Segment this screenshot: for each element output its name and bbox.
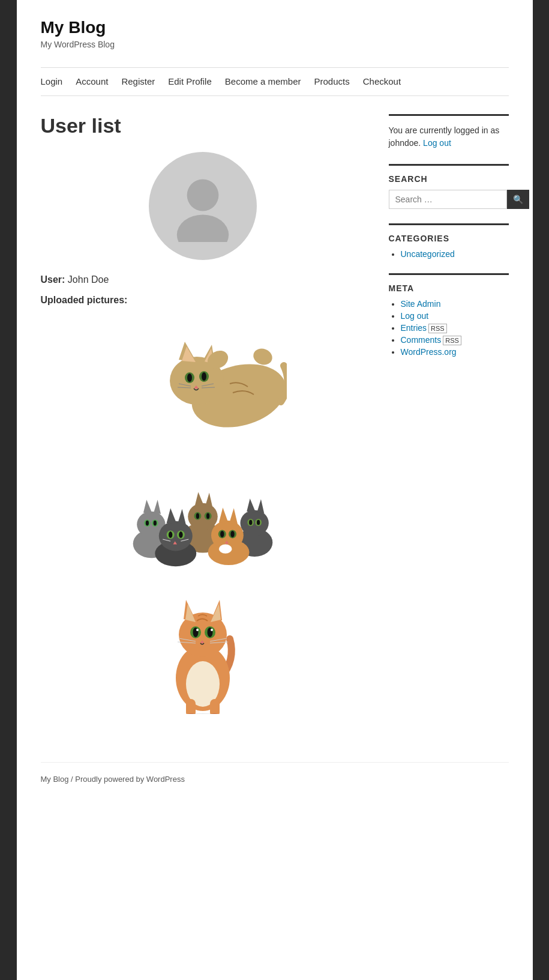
nav-item-become-a-member[interactable]: Become a member [225,76,301,86]
user-label: User: [41,274,65,285]
svg-rect-67 [210,699,220,714]
svg-marker-21 [143,500,152,514]
svg-point-1 [176,214,228,242]
svg-marker-29 [195,492,204,506]
nav-item-register[interactable]: Register [121,76,155,86]
search-input[interactable] [389,190,507,209]
main-content: User list User: John Doe Uploaded pictur… [41,114,365,726]
logged-in-text: You are currently logged in as johndoe. … [389,124,509,150]
uploaded-pictures-label: Uploaded pictures: [41,295,365,306]
logged-in-section: You are currently logged in as johndoe. … [389,114,509,150]
site-footer: My Blog / Proudly powered by WordPress [41,762,509,784]
meta-link-log-out[interactable]: Log out [401,311,429,321]
svg-marker-57 [229,508,238,524]
footer-separator: / [71,775,73,784]
search-section: SEARCH 🔍 [389,164,509,209]
nav-item-products[interactable]: Products [314,76,350,86]
nav-item-account[interactable]: Account [76,76,108,86]
svg-marker-30 [205,492,212,507]
svg-point-81 [211,629,213,631]
svg-point-0 [187,180,218,211]
meta-link-comments[interactable]: Comments [401,335,442,345]
meta-list: Site AdminLog outEntriesRSSCommentsRSSWo… [389,299,509,357]
svg-point-25 [145,521,148,526]
categories-heading: CATEGORIES [389,234,509,243]
svg-marker-46 [178,509,186,525]
logout-link[interactable]: Log out [423,138,451,148]
search-heading: SEARCH [389,174,509,184]
page-title: User list [41,114,365,138]
svg-point-87 [176,713,230,714]
footer-blog-link[interactable]: My Blog [41,775,69,784]
categories-list: Uncategorized [389,249,509,259]
search-button[interactable]: 🔍 [507,190,529,209]
uploaded-pictures [41,318,365,726]
svg-point-50 [179,531,182,538]
nav-item-checkout[interactable]: Checkout [363,76,401,86]
svg-marker-75 [211,603,221,622]
nav-item-edit-profile[interactable]: Edit Profile [168,76,212,86]
avatar [149,152,257,260]
svg-point-36 [240,510,268,536]
search-form: 🔍 [389,190,509,209]
rss-label: RSS [443,336,461,345]
cat-image-2 [119,450,287,570]
meta-heading: META [389,283,509,293]
svg-point-11 [202,372,206,381]
rss-label: RSS [428,324,447,333]
footer-powered-by: Proudly powered by WordPress [75,775,185,784]
svg-marker-38 [257,499,264,513]
cat1-svg [119,318,287,438]
meta-link-site-admin[interactable]: Site Admin [401,299,441,309]
user-info: User: John Doe [41,274,365,285]
main-navigation: LoginAccountRegisterEdit ProfileBecome a… [41,67,509,96]
svg-point-18 [251,346,274,367]
svg-point-61 [230,531,234,537]
meta-link-entries[interactable]: Entries [401,323,427,333]
meta-link-wordpress.org[interactable]: WordPress.org [401,347,457,357]
svg-point-33 [196,513,199,519]
svg-marker-45 [166,508,176,524]
svg-marker-56 [218,507,228,524]
cat2-svg [119,450,287,570]
svg-point-10 [187,374,192,382]
nav-item-login[interactable]: Login [41,76,63,86]
user-name: John Doe [68,274,109,285]
svg-point-80 [196,629,199,631]
categories-section: CATEGORIES Uncategorized [389,223,509,259]
svg-marker-22 [154,500,161,514]
svg-point-28 [188,503,218,530]
sidebar: You are currently logged in as johndoe. … [389,114,509,726]
svg-rect-66 [186,699,196,714]
svg-point-42 [256,520,259,525]
cat-image-3 [119,582,287,714]
svg-point-34 [206,513,209,519]
site-description: My WordPress Blog [41,40,509,49]
svg-point-49 [168,531,172,538]
cat3-svg [119,582,287,714]
site-title: My Blog [41,18,509,37]
svg-point-26 [153,521,156,526]
avatar-icon [167,170,239,242]
svg-marker-37 [247,498,256,513]
svg-point-60 [220,531,224,537]
category-link[interactable]: Uncategorized [401,249,455,259]
svg-point-41 [249,520,252,525]
svg-point-63 [218,545,232,554]
meta-section: META Site AdminLog outEntriesRSSComments… [389,273,509,357]
avatar-area [41,152,365,260]
cat-image-1 [119,318,287,438]
svg-point-44 [158,521,192,551]
